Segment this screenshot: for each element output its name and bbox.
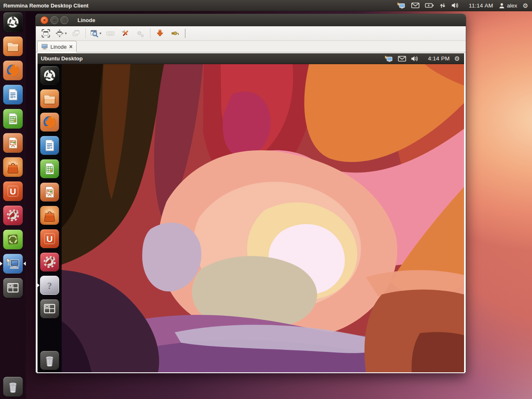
- launcher-item-software-updater[interactable]: [3, 229, 23, 249]
- launcher-item-ubuntu-software-center[interactable]: [3, 157, 23, 177]
- window-title: Linode: [77, 17, 95, 23]
- sound-icon[interactable]: [411, 55, 419, 62]
- launcher-item-ubuntu-one[interactable]: U: [40, 229, 59, 248]
- connection-tabbar: Linode ×: [36, 41, 466, 52]
- remote-tray[interactable]: 4:14 PM ⚙: [384, 55, 464, 62]
- tab-monitor-icon: [41, 44, 48, 50]
- toolbar-grip: [185, 29, 185, 38]
- session-gear-icon[interactable]: ⚙: [523, 2, 528, 9]
- session-gear-icon[interactable]: ⚙: [455, 55, 460, 62]
- username-label: alex: [507, 2, 517, 9]
- net-arrows-icon[interactable]: [440, 2, 446, 9]
- remmina-toolbar: ▾▾⚙⚙: [36, 26, 466, 41]
- battery-icon[interactable]: [425, 2, 434, 9]
- remote-clock[interactable]: 4:14 PM: [428, 55, 450, 62]
- launcher-item-ubuntu-one[interactable]: U: [3, 181, 23, 201]
- launcher-item-files[interactable]: [3, 36, 23, 56]
- remote-unity-launcher: U?: [37, 64, 62, 372]
- host-unity-launcher: U: [0, 11, 26, 399]
- remote-top-panel[interactable]: Ubuntu Desktop 4:14 PM ⚙: [37, 53, 464, 64]
- scaled-mode-button[interactable]: ▾: [88, 27, 103, 39]
- launcher-item-libreoffice-calc[interactable]: [3, 109, 23, 129]
- remmina-indicator-icon[interactable]: [384, 55, 393, 62]
- launcher-item-firefox[interactable]: [3, 60, 23, 80]
- launcher-item-dash-home[interactable]: [40, 66, 59, 85]
- toggle-fullscreen-button[interactable]: [38, 27, 53, 39]
- focus-arrow-left-icon: [37, 283, 40, 287]
- maximize-button[interactable]: □: [60, 16, 68, 24]
- sound-icon[interactable]: [451, 2, 460, 9]
- launcher-item-libreoffice-writer[interactable]: [3, 85, 23, 105]
- focus-arrow-left-icon: [0, 262, 2, 266]
- minimize-to-tray-button[interactable]: [152, 27, 167, 39]
- resize-window-dropdown-icon[interactable]: ▾: [65, 31, 67, 35]
- tab-linode[interactable]: Linode ×: [37, 41, 77, 52]
- tab-close-icon[interactable]: ×: [69, 44, 72, 50]
- toolbar-separator: [150, 28, 150, 38]
- launcher-item-remmina[interactable]: [3, 254, 23, 274]
- resize-window-button[interactable]: ▾: [53, 27, 68, 39]
- launcher-item-dash-home[interactable]: [3, 12, 23, 32]
- host-top-panel: Remmina Remote Desktop Client 11:14 AM a…: [0, 0, 532, 11]
- toolbar-separator: [85, 28, 86, 38]
- session-user-menu[interactable]: alex: [499, 2, 517, 9]
- user-icon: [499, 2, 505, 9]
- svg-text:U: U: [46, 234, 52, 244]
- duplicate-connection-button: [68, 27, 83, 39]
- launcher-item-unknown-app[interactable]: ?: [40, 276, 59, 295]
- svg-text:⚙: ⚙: [141, 34, 144, 38]
- grab-keyboard-button: [103, 27, 118, 39]
- host-clock[interactable]: 11:14 AM: [469, 2, 493, 9]
- launcher-item-libreoffice-writer[interactable]: [40, 136, 59, 155]
- tools-button[interactable]: [118, 27, 133, 39]
- launcher-item-libreoffice-calc[interactable]: [40, 159, 59, 178]
- disconnect-button[interactable]: [167, 27, 182, 39]
- mail-icon[interactable]: [411, 2, 420, 9]
- launcher-item-system-settings[interactable]: [40, 252, 59, 272]
- focus-arrow-right-icon: [23, 262, 26, 266]
- remmina-indicator-icon[interactable]: [397, 2, 406, 9]
- svg-text:U: U: [10, 187, 16, 196]
- mail-icon[interactable]: [398, 55, 406, 62]
- launcher-item-libreoffice-impress[interactable]: [40, 182, 59, 202]
- minimize-button[interactable]: −: [50, 16, 58, 24]
- remote-screen[interactable]: Ubuntu Desktop 4:14 PM ⚙ U?: [37, 53, 464, 372]
- host-indicator-icons[interactable]: [397, 2, 463, 9]
- launcher-item-firefox[interactable]: [40, 112, 59, 132]
- launcher-item-files[interactable]: [40, 89, 59, 108]
- host-panel-title: Remmina Remote Desktop Client: [0, 2, 88, 9]
- remote-viewport[interactable]: Ubuntu Desktop 4:14 PM ⚙ U?: [37, 52, 465, 373]
- remote-indicator-icons[interactable]: [384, 55, 423, 62]
- launcher-item-system-settings[interactable]: [3, 205, 23, 225]
- svg-text:?: ?: [47, 280, 52, 291]
- launcher-item-ubuntu-software-center[interactable]: [40, 206, 59, 225]
- window-titlebar[interactable]: × − □ Linode: [36, 14, 466, 26]
- remmina-window: × − □ Linode ▾▾⚙⚙ Linode ×: [35, 14, 466, 373]
- tab-label: Linode: [50, 44, 67, 50]
- preferences-button: ⚙⚙: [133, 27, 148, 39]
- scaled-mode-dropdown-icon[interactable]: ▾: [100, 31, 102, 35]
- launcher-item-trash[interactable]: [40, 351, 59, 370]
- host-tray[interactable]: 11:14 AM alex ⚙: [397, 2, 532, 9]
- launcher-item-workspace-switcher[interactable]: [40, 299, 59, 318]
- remote-desktop-body[interactable]: U?: [37, 64, 464, 372]
- launcher-item-libreoffice-impress[interactable]: [3, 133, 23, 153]
- close-button[interactable]: ×: [40, 16, 48, 24]
- launcher-item-workspace-switcher[interactable]: [3, 278, 23, 298]
- launcher-item-trash[interactable]: [3, 377, 23, 397]
- remote-panel-title: Ubuntu Desktop: [37, 55, 82, 62]
